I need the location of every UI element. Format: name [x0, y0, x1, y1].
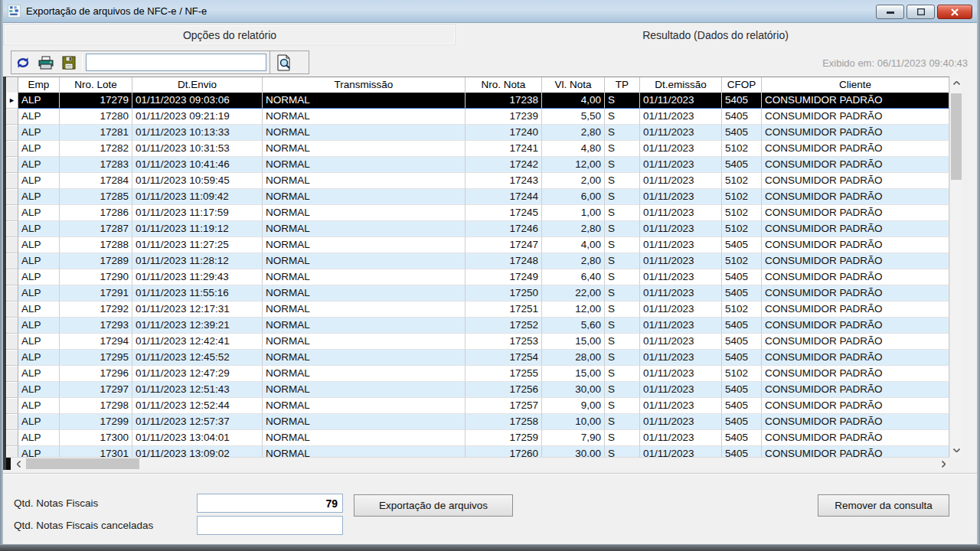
- table-row[interactable]: ALP1729701/11/2023 12:51:43NORMAL1725630…: [6, 382, 949, 398]
- column-header-nota[interactable]: Nro. Nota: [466, 77, 542, 93]
- selected-row-marker: ►: [6, 93, 18, 109]
- column-header-envio[interactable]: Dt.Envio: [132, 77, 263, 93]
- vertical-scrollbar[interactable]: [949, 77, 962, 457]
- preview-button[interactable]: [270, 51, 297, 73]
- tab-resultado[interactable]: Resultado (Dados do relatório): [457, 24, 974, 45]
- cell-lote: 17294: [60, 334, 132, 350]
- table-row[interactable]: ALP1729801/11/2023 12:52:44NORMAL172579,…: [6, 398, 949, 414]
- column-header-valor[interactable]: Vl. Nota: [542, 77, 605, 93]
- cell-cfop: 5405: [722, 237, 762, 253]
- cell-cfop: 5405: [722, 398, 762, 414]
- cell-valor: 7,90: [542, 430, 605, 446]
- cell-nota: 17258: [466, 414, 542, 430]
- cell-cliente: CONSUMIDOR PADRÃO: [762, 109, 949, 125]
- column-header-emissao[interactable]: Dt.emissão: [640, 77, 722, 93]
- cell-envio: 01/11/2023 10:13:33: [132, 125, 263, 141]
- table-row[interactable]: ALP1730001/11/2023 13:04:01NORMAL172597,…: [6, 430, 949, 446]
- cell-emp: ALP: [18, 237, 60, 253]
- cell-emissao: 01/11/2023: [640, 157, 722, 173]
- window-border-left: [0, 0, 3, 551]
- table-row[interactable]: ALP1728501/11/2023 11:09:42NORMAL172446,…: [6, 189, 949, 205]
- cell-emissao: 01/11/2023: [640, 366, 722, 382]
- row-indicator: [6, 430, 18, 446]
- cell-emissao: 01/11/2023: [640, 350, 722, 366]
- save-button[interactable]: [57, 52, 80, 73]
- table-row[interactable]: ALP1728201/11/2023 10:31:53NORMAL172414,…: [6, 141, 949, 157]
- horizontal-scrollbar[interactable]: [6, 457, 949, 470]
- cell-transmissao: NORMAL: [263, 93, 466, 109]
- table-row[interactable]: ALP1729201/11/2023 12:17:31NORMAL1725112…: [6, 302, 949, 318]
- cell-emp: ALP: [18, 382, 60, 398]
- row-indicator: [6, 157, 18, 173]
- table-row[interactable]: ALP1728601/11/2023 11:17:59NORMAL172451,…: [6, 205, 949, 221]
- minimize-button[interactable]: [876, 5, 904, 19]
- cell-nota: 17253: [466, 334, 542, 350]
- scroll-left-button[interactable]: [12, 458, 24, 470]
- cell-emissao: 01/11/2023: [640, 334, 722, 350]
- column-header-emp[interactable]: Emp: [18, 77, 60, 93]
- column-header-cfop[interactable]: CFOP: [722, 77, 762, 93]
- cell-transmissao: NORMAL: [263, 173, 466, 189]
- refresh-button[interactable]: [11, 52, 34, 73]
- scroll-right-button[interactable]: [937, 458, 949, 470]
- row-indicator: [6, 302, 18, 318]
- table-row[interactable]: ALP1728701/11/2023 11:19:12NORMAL172462,…: [6, 221, 949, 237]
- table-row[interactable]: ALP1730101/11/2023 13:09:02NORMAL1726030…: [6, 446, 949, 457]
- row-indicator: [6, 285, 18, 302]
- cell-nota: 17256: [466, 382, 542, 398]
- table-row[interactable]: ►ALP1727901/11/2023 09:03:06NORMAL172384…: [6, 93, 949, 109]
- toolbar: [11, 51, 309, 74]
- table-row[interactable]: ALP1728301/11/2023 10:41:46NORMAL1724212…: [6, 157, 949, 173]
- scroll-down-button[interactable]: [950, 444, 962, 457]
- cell-valor: 6,40: [542, 269, 605, 285]
- maximize-button[interactable]: [906, 5, 935, 19]
- cell-cliente: CONSUMIDOR PADRÃO: [762, 398, 949, 414]
- table-row[interactable]: ALP1728401/11/2023 10:59:45NORMAL172432,…: [6, 173, 949, 189]
- close-button[interactable]: [937, 5, 972, 19]
- cell-emp: ALP: [18, 93, 60, 109]
- cell-cliente: CONSUMIDOR PADRÃO: [762, 382, 949, 398]
- cell-emp: ALP: [18, 221, 60, 237]
- cell-nota: 17242: [466, 157, 542, 173]
- cell-transmissao: NORMAL: [263, 269, 466, 285]
- print-button[interactable]: [34, 52, 57, 73]
- table-row[interactable]: ALP1729501/11/2023 12:45:52NORMAL1725428…: [6, 350, 949, 366]
- table-row[interactable]: ALP1729101/11/2023 11:55:16NORMAL1725022…: [6, 285, 949, 302]
- table-row[interactable]: ALP1728001/11/2023 09:21:19NORMAL172395,…: [6, 109, 949, 125]
- column-header-lote[interactable]: Nro. Lote: [60, 77, 132, 93]
- grid-body: ►ALP1727901/11/2023 09:03:06NORMAL172384…: [6, 93, 949, 457]
- remove-from-query-button[interactable]: Remover da consulta: [818, 494, 949, 517]
- export-files-button[interactable]: Exportação de arquivos: [354, 494, 513, 517]
- vertical-scroll-thumb[interactable]: [951, 93, 962, 180]
- cell-cliente: CONSUMIDOR PADRÃO: [762, 237, 949, 253]
- cell-lote: 17298: [60, 398, 132, 414]
- table-row[interactable]: ALP1729401/11/2023 12:42:41NORMAL1725315…: [6, 334, 949, 350]
- column-header-cliente[interactable]: Cliente: [762, 77, 949, 93]
- filter-input[interactable]: [86, 54, 266, 71]
- column-header-tp[interactable]: TP: [605, 77, 640, 93]
- scroll-up-button[interactable]: [950, 77, 962, 90]
- print-icon: [38, 56, 54, 70]
- column-header-transmissao[interactable]: Transmissão: [263, 77, 466, 93]
- table-row[interactable]: ALP1728801/11/2023 11:27:25NORMAL172474,…: [6, 237, 949, 253]
- row-indicator: [6, 398, 18, 414]
- table-row[interactable]: ALP1729001/11/2023 11:29:43NORMAL172496,…: [6, 269, 949, 285]
- table-row[interactable]: ALP1729601/11/2023 12:47:29NORMAL1725515…: [6, 366, 949, 382]
- table-row[interactable]: ALP1729301/11/2023 12:39:21NORMAL172525,…: [6, 318, 949, 334]
- row-indicator: [6, 414, 18, 430]
- cell-cliente: CONSUMIDOR PADRÃO: [762, 302, 949, 318]
- horizontal-scroll-thumb[interactable]: [26, 458, 139, 469]
- table-row[interactable]: ALP1728901/11/2023 11:28:12NORMAL172482,…: [6, 253, 949, 269]
- table-row[interactable]: ALP1728101/11/2023 10:13:33NORMAL172402,…: [6, 125, 949, 141]
- tab-opcoes-do-relatorio[interactable]: Opções do relatório: [4, 24, 456, 45]
- title-bar[interactable]: Exportação de arquivos de NFC-e / NF-e: [0, 0, 980, 23]
- table-row[interactable]: ALP1729901/11/2023 12:57:37NORMAL1725810…: [6, 414, 949, 430]
- cell-nota: 17243: [466, 173, 542, 189]
- qtd-notas-field[interactable]: [197, 494, 343, 513]
- qtd-canceladas-field[interactable]: [197, 516, 343, 535]
- cell-valor: 5,60: [542, 318, 605, 334]
- cell-tp: S: [605, 205, 640, 221]
- cell-cfop: 5405: [722, 93, 762, 109]
- cell-lote: 17297: [60, 382, 132, 398]
- cell-lote: 17293: [60, 318, 132, 334]
